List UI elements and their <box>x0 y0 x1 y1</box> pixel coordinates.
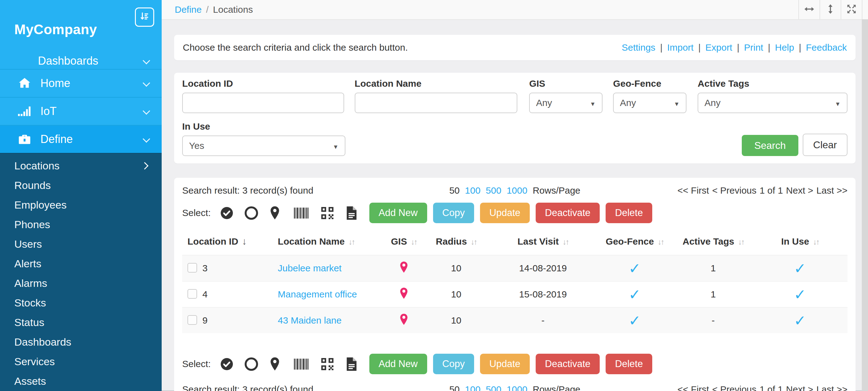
export-link[interactable]: Export <box>705 42 733 53</box>
link-separator: | <box>768 42 770 53</box>
geo-fence-select[interactable]: Any <box>613 93 686 113</box>
location-id-input[interactable] <box>182 93 344 113</box>
rows-per-page-option[interactable]: 1000 <box>507 185 528 196</box>
row-checkbox[interactable] <box>187 289 197 299</box>
location-name-input[interactable] <box>355 93 518 113</box>
delete-button[interactable]: Delete <box>606 203 652 223</box>
row-checkbox[interactable] <box>187 315 197 325</box>
update-button[interactable]: Update <box>480 354 530 374</box>
map-pin-icon[interactable] <box>269 357 283 371</box>
gis-select[interactable]: Any <box>529 93 602 113</box>
pagination-last[interactable]: Last >> <box>816 384 847 391</box>
delete-button[interactable]: Delete <box>606 354 652 374</box>
select-actions-row-top: Select: <box>182 203 847 223</box>
submenu-item-assets[interactable]: Assets <box>0 371 162 391</box>
pagination-next[interactable]: Next > <box>786 185 813 196</box>
sidebar-group-dashboards[interactable]: Dashboards <box>0 53 162 69</box>
rows-per-page-current[interactable]: 50 <box>449 384 460 391</box>
resize-vertical-button[interactable] <box>819 0 841 19</box>
rows-per-page-option[interactable]: 500 <box>486 185 501 196</box>
document-icon[interactable] <box>345 357 360 371</box>
copy-button[interactable]: Copy <box>433 203 474 223</box>
column-header-radius[interactable]: Radius <box>422 228 491 255</box>
feedback-link[interactable]: Feedback <box>806 42 847 53</box>
row-checkbox[interactable] <box>187 263 197 272</box>
sidebar-item-define[interactable]: Define <box>0 125 162 153</box>
pagination-next[interactable]: Next > <box>786 384 813 391</box>
pagination-first[interactable]: << First <box>677 384 709 391</box>
rows-per-page-option[interactable]: 100 <box>465 185 480 196</box>
pagination-last[interactable]: Last >> <box>816 185 847 196</box>
location-name-link[interactable]: 43 Maiden lane <box>278 315 342 325</box>
select-all-icon[interactable] <box>219 357 234 371</box>
submenu-item-employees[interactable]: Employees <box>0 195 162 215</box>
pagination-previous[interactable]: < Previous <box>712 384 757 391</box>
column-header-active-tags[interactable]: Active Tags <box>674 228 753 255</box>
define-submenu: Locations Rounds Employees Phones Users … <box>0 153 162 391</box>
table-row: 9 43 Maiden lane 10 - - <box>182 307 847 333</box>
column-header-gis[interactable]: GIS <box>386 228 422 255</box>
resize-horizontal-button[interactable] <box>798 0 819 19</box>
location-id-value: 4 <box>203 289 208 299</box>
submenu-item-alarms[interactable]: Alarms <box>0 273 162 293</box>
add-new-button[interactable]: Add New <box>369 354 427 374</box>
barcode-icon[interactable] <box>293 206 309 220</box>
column-header-location-id[interactable]: Location ID <box>182 228 273 255</box>
sort-icon <box>562 236 568 247</box>
select-all-icon[interactable] <box>219 206 234 220</box>
select-none-icon[interactable] <box>244 357 259 371</box>
rows-per-page-option[interactable]: 100 <box>465 384 480 391</box>
breadcrumb-define-link[interactable]: Define <box>175 4 202 15</box>
submenu-item-locations[interactable]: Locations <box>0 156 162 175</box>
main-area: Define / Locations <box>162 0 868 391</box>
active-tags-select[interactable]: Any <box>698 93 847 113</box>
pagination: << First < Previous 1 of 1 Next > Last >… <box>628 185 847 196</box>
add-new-button[interactable]: Add New <box>369 203 427 223</box>
rows-per-page-option[interactable]: 500 <box>486 384 501 391</box>
column-header-last-visit[interactable]: Last Visit <box>491 228 595 255</box>
update-button[interactable]: Update <box>480 203 530 223</box>
location-name-link[interactable]: Jubelee market <box>278 263 342 273</box>
sidebar-item-iot[interactable]: IoT <box>0 97 162 125</box>
gis-map-pin-icon[interactable] <box>399 318 409 328</box>
vertical-scrollbar[interactable] <box>862 19 868 391</box>
column-header-in-use[interactable]: In Use <box>753 228 848 255</box>
location-name-link[interactable]: Management office <box>278 289 357 299</box>
rows-per-page-option[interactable]: 1000 <box>507 384 528 391</box>
submenu-item-dashboards[interactable]: Dashboards <box>0 332 162 352</box>
search-button[interactable]: Search <box>742 135 798 156</box>
clear-button[interactable]: Clear <box>803 134 847 156</box>
qr-code-icon[interactable] <box>319 357 336 371</box>
sort-amount-button[interactable] <box>135 7 154 27</box>
document-icon[interactable] <box>345 206 360 220</box>
submenu-item-rounds[interactable]: Rounds <box>0 175 162 195</box>
import-link[interactable]: Import <box>667 42 693 53</box>
submenu-item-stocks[interactable]: Stocks <box>0 293 162 313</box>
column-header-location-name[interactable]: Location Name <box>273 228 386 255</box>
submenu-item-services[interactable]: Services <box>0 352 162 371</box>
select-none-icon[interactable] <box>244 206 259 220</box>
in-use-select[interactable]: Yes <box>182 135 345 156</box>
print-link[interactable]: Print <box>744 42 763 53</box>
barcode-icon[interactable] <box>293 357 309 371</box>
rows-per-page-current[interactable]: 50 <box>449 185 460 196</box>
gis-map-pin-icon[interactable] <box>399 266 409 276</box>
qr-code-icon[interactable] <box>319 206 336 220</box>
chevron-down-icon <box>143 57 150 64</box>
fullscreen-button[interactable] <box>841 0 862 19</box>
column-header-geo-fence[interactable]: Geo-Fence <box>595 228 674 255</box>
submenu-item-phones[interactable]: Phones <box>0 215 162 234</box>
pagination-previous[interactable]: < Previous <box>712 185 757 196</box>
deactivate-button[interactable]: Deactivate <box>536 354 600 374</box>
sidebar-item-home[interactable]: Home <box>0 69 162 97</box>
gis-map-pin-icon[interactable] <box>399 292 409 302</box>
submenu-item-status[interactable]: Status <box>0 313 162 332</box>
help-link[interactable]: Help <box>775 42 794 53</box>
map-pin-icon[interactable] <box>269 206 283 220</box>
settings-link[interactable]: Settings <box>622 42 655 53</box>
pagination-first[interactable]: << First <box>677 185 709 196</box>
copy-button[interactable]: Copy <box>433 354 474 374</box>
submenu-item-users[interactable]: Users <box>0 234 162 254</box>
deactivate-button[interactable]: Deactivate <box>536 203 600 223</box>
submenu-item-alerts[interactable]: Alerts <box>0 254 162 273</box>
